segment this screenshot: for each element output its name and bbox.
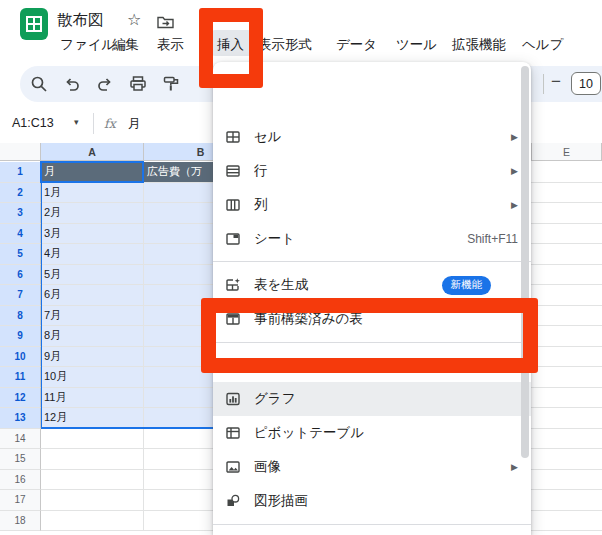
- menubar-edit[interactable]: 編集: [112, 36, 139, 54]
- menu-item-function[interactable]: Σ 関数 ▶: [213, 530, 531, 535]
- new-feature-badge: 新機能: [442, 276, 492, 295]
- cell-a6[interactable]: 5月: [41, 265, 144, 286]
- cell-e19[interactable]: [531, 531, 602, 535]
- zoom-out-button[interactable]: −: [551, 72, 561, 92]
- cell-e10[interactable]: [531, 347, 602, 368]
- cell-a14[interactable]: [41, 429, 144, 450]
- menu-scrollbar[interactable]: [521, 66, 529, 458]
- menubar-view[interactable]: 表示: [157, 36, 184, 54]
- cell-e12[interactable]: [531, 388, 602, 409]
- cell-e15[interactable]: [531, 449, 602, 470]
- menu-item-image[interactable]: 画像 ▶: [213, 450, 531, 484]
- row-header[interactable]: 6: [0, 265, 41, 286]
- cell-e8[interactable]: [531, 306, 602, 327]
- redo-icon[interactable]: [95, 74, 115, 94]
- menu-item-sheet[interactable]: シート Shift+F11: [213, 222, 531, 256]
- rows-icon: [225, 163, 241, 179]
- menu-item-label: グラフ: [254, 390, 531, 408]
- menu-item-columns[interactable]: 列 ▶: [213, 188, 531, 222]
- row-header[interactable]: 4: [0, 224, 41, 245]
- menubar-extensions[interactable]: 拡張機能: [452, 36, 506, 54]
- paint-format-icon[interactable]: [161, 74, 181, 94]
- menu-item-rows[interactable]: 行 ▶: [213, 154, 531, 188]
- search-icon[interactable]: [29, 74, 49, 94]
- menu-item-pivot-table[interactable]: ピボットテーブル: [213, 416, 531, 450]
- print-icon[interactable]: [128, 74, 148, 94]
- row-header[interactable]: 18: [0, 511, 41, 532]
- row-header[interactable]: 11: [0, 367, 41, 388]
- menu-item-obscured[interactable]: [213, 348, 531, 382]
- font-size-input[interactable]: 10: [571, 72, 601, 95]
- cell-e16[interactable]: [531, 470, 602, 491]
- menubar-file[interactable]: ファイル: [60, 36, 115, 54]
- cell-a16[interactable]: [41, 470, 144, 491]
- cell-a7[interactable]: 6月: [41, 285, 144, 306]
- cell-a17[interactable]: [41, 490, 144, 511]
- menubar-help[interactable]: ヘルプ: [522, 36, 563, 54]
- cell-e5[interactable]: [531, 244, 602, 265]
- menu-item-chart[interactable]: グラフ: [213, 382, 531, 416]
- row-header[interactable]: 17: [0, 490, 41, 511]
- row-header[interactable]: 2: [0, 183, 41, 204]
- cell-a5[interactable]: 4月: [41, 244, 144, 265]
- cell-e1[interactable]: [531, 162, 602, 183]
- cell-e11[interactable]: [531, 367, 602, 388]
- row-header[interactable]: 10: [0, 347, 41, 368]
- select-all-corner[interactable]: [0, 143, 41, 161]
- cell-a10[interactable]: 9月: [41, 347, 144, 368]
- row-header[interactable]: 13: [0, 408, 41, 429]
- column-header-a[interactable]: A: [41, 143, 144, 161]
- row-header[interactable]: 8: [0, 306, 41, 327]
- row-header[interactable]: 1: [0, 162, 41, 183]
- menu-item-generate-table[interactable]: 表を生成 新機能: [213, 268, 531, 302]
- menubar-format[interactable]: 表示形式: [258, 36, 312, 54]
- cell-a15[interactable]: [41, 449, 144, 470]
- sheets-logo-icon[interactable]: [19, 7, 49, 41]
- star-icon[interactable]: ☆: [127, 10, 141, 29]
- cell-a11[interactable]: 10月: [41, 367, 144, 388]
- row-header[interactable]: 12: [0, 388, 41, 409]
- row-header[interactable]: 3: [0, 203, 41, 224]
- cell-e9[interactable]: [531, 326, 602, 347]
- move-folder-icon[interactable]: [157, 14, 174, 29]
- cell-a4[interactable]: 3月: [41, 224, 144, 245]
- cell-e17[interactable]: [531, 490, 602, 511]
- cell-e6[interactable]: [531, 265, 602, 286]
- menubar-tools[interactable]: ツール: [396, 36, 437, 54]
- menu-item-label: 表を生成: [254, 276, 442, 294]
- cell-a1[interactable]: 月: [41, 162, 144, 183]
- cell-e14[interactable]: [531, 429, 602, 450]
- cell-a13[interactable]: 12月: [41, 408, 144, 429]
- menubar-data[interactable]: データ: [336, 36, 377, 54]
- cell-a9[interactable]: 8月: [41, 326, 144, 347]
- row-header[interactable]: 14: [0, 429, 41, 450]
- name-box-dropdown-icon[interactable]: ▾: [74, 117, 79, 127]
- menu-item-drawing[interactable]: 図形描画: [213, 484, 531, 518]
- row-header[interactable]: 16: [0, 470, 41, 491]
- columns-icon: [225, 197, 241, 213]
- cell-e18[interactable]: [531, 511, 602, 532]
- row-header[interactable]: 15: [0, 449, 41, 470]
- document-title[interactable]: 散布図: [57, 10, 104, 31]
- cell-a8[interactable]: 7月: [41, 306, 144, 327]
- cell-e7[interactable]: [531, 285, 602, 306]
- cell-a2[interactable]: 1月: [41, 183, 144, 204]
- cell-a12[interactable]: 11月: [41, 388, 144, 409]
- formula-input[interactable]: 月: [128, 116, 141, 133]
- row-header[interactable]: 7: [0, 285, 41, 306]
- cell-e3[interactable]: [531, 203, 602, 224]
- cell-a18[interactable]: [41, 511, 144, 532]
- cell-e13[interactable]: [531, 408, 602, 429]
- selection-left-border: [41, 162, 42, 428]
- menu-item-cells[interactable]: セル ▶: [213, 120, 531, 154]
- undo-icon[interactable]: [62, 74, 82, 94]
- cell-a3[interactable]: 2月: [41, 203, 144, 224]
- cell-e2[interactable]: [531, 183, 602, 204]
- menubar-insert[interactable]: 挿入: [217, 36, 244, 54]
- row-header[interactable]: 9: [0, 326, 41, 347]
- column-header-e[interactable]: E: [531, 143, 602, 161]
- name-box[interactable]: A1:C13: [12, 116, 54, 130]
- cell-e4[interactable]: [531, 224, 602, 245]
- menu-item-prebuilt-tables[interactable]: 事前構築済みの表: [213, 302, 531, 336]
- row-header[interactable]: 5: [0, 244, 41, 265]
